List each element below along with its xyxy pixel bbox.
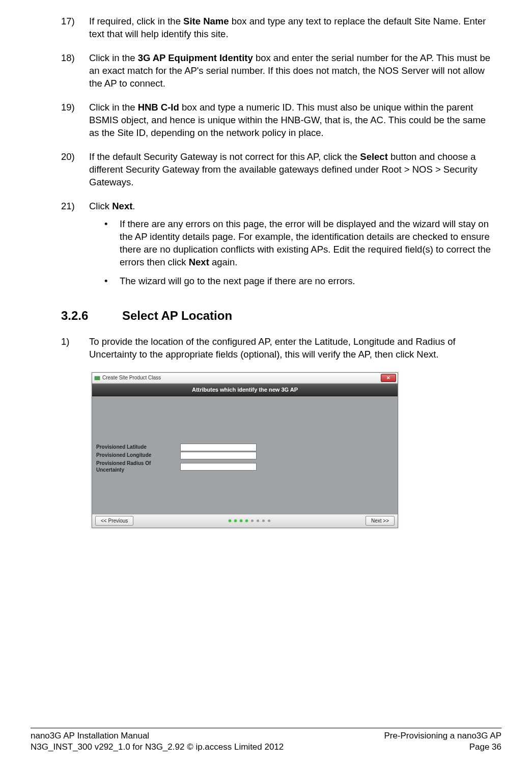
progress-dot-active	[234, 519, 237, 522]
page-footer: nano3G AP Installation Manual N3G_INST_3…	[31, 728, 501, 753]
step-number: 21)	[61, 200, 89, 294]
progress-dot-active	[245, 519, 248, 522]
previous-button[interactable]: << Previous	[95, 516, 133, 526]
bullet-text: If there are any errors on this page, th…	[120, 218, 496, 269]
step-number: 1)	[61, 336, 89, 361]
step-body: Click in the HNB C-Id box and type a num…	[89, 101, 496, 140]
step: 20)If the default Security Gateway is no…	[61, 151, 496, 189]
step-body: If the default Security Gateway is not c…	[89, 151, 496, 189]
bullet-mark: •	[104, 275, 120, 288]
create-site-dialog: Create Site Product Class ✕ Attributes w…	[92, 372, 398, 528]
bullet-item: •The wizard will go to the next page if …	[89, 275, 496, 288]
step: 19)Click in the HNB C-Id box and type a …	[61, 101, 496, 140]
bullet-item: • If there are any errors on this page, …	[89, 218, 496, 269]
section-heading: 3.2.6 Select AP Location	[61, 308, 496, 324]
progress-dot	[251, 519, 254, 522]
step-body: To provide the location of the configure…	[89, 336, 496, 361]
step: 1)To provide the location of the configu…	[61, 336, 496, 361]
step-number: 17)	[61, 15, 89, 41]
progress-dot	[268, 519, 270, 522]
next-button[interactable]: Next >>	[366, 516, 395, 526]
text-input[interactable]	[180, 444, 257, 451]
form-row: Provisioned Longitude	[96, 452, 257, 459]
step-body: Click Next.• If there are any errors on …	[89, 200, 496, 294]
close-icon: ✕	[386, 375, 390, 381]
footer-chapter: Pre-Provisioning a nano3G AP	[384, 730, 501, 742]
form-row: Provisioned Radius Of Uncertainty	[96, 460, 257, 474]
text-input[interactable]	[180, 463, 257, 471]
step-number: 19)	[61, 101, 89, 140]
section-title: Select AP Location	[122, 308, 232, 324]
form-row: Provisioned Latitude	[96, 444, 257, 451]
step-number: 18)	[61, 52, 89, 90]
dialog-titlebar: Create Site Product Class ✕	[92, 373, 398, 384]
bullet-mark: •	[104, 218, 120, 269]
section-number: 3.2.6	[61, 308, 122, 324]
footer-doc-id: N3G_INST_300 v292_1.0 for N3G_2.92 © ip.…	[31, 742, 284, 753]
progress-dot	[257, 519, 259, 522]
step: 18)Click in the 3G AP Equipment Identity…	[61, 52, 496, 90]
dialog-banner: Attributes which identify the new 3G AP	[92, 384, 398, 396]
field-label: Provisioned Longitude	[96, 452, 180, 459]
step-number: 20)	[61, 151, 89, 189]
progress-dots	[229, 519, 270, 522]
svg-rect-0	[95, 376, 100, 380]
footer-page-number: Page 36	[384, 742, 501, 753]
dialog-title: Create Site Product Class	[102, 374, 161, 381]
field-label: Provisioned Radius Of Uncertainty	[96, 460, 180, 474]
step-body: Click in the 3G AP Equipment Identity bo…	[89, 52, 496, 90]
dialog-body: Provisioned LatitudeProvisioned Longitud…	[92, 396, 398, 514]
progress-dot-active	[240, 519, 242, 522]
window-icon	[94, 375, 100, 381]
step: 17)If required, click in the Site Name b…	[61, 15, 496, 41]
text-input[interactable]	[180, 452, 257, 459]
dialog-screenshot: Create Site Product Class ✕ Attributes w…	[92, 372, 496, 528]
bullet-text: The wizard will go to the next page if t…	[120, 275, 355, 288]
step-body: If required, click in the Site Name box …	[89, 15, 496, 41]
dialog-footer: << Previous Next >>	[92, 514, 398, 528]
step: 21)Click Next.• If there are any errors …	[61, 200, 496, 294]
progress-dot	[262, 519, 265, 522]
progress-dot-active	[229, 519, 231, 522]
page-content: 17)If required, click in the Site Name b…	[31, 15, 501, 528]
field-label: Provisioned Latitude	[96, 444, 180, 451]
close-button[interactable]: ✕	[381, 374, 396, 382]
footer-doc-title: nano3G AP Installation Manual	[31, 730, 284, 742]
